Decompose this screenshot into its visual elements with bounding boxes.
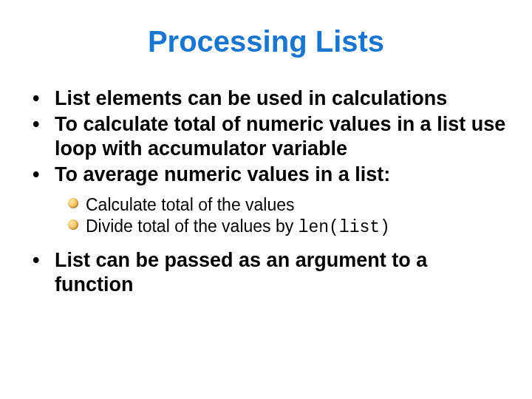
sphere-bullet-icon <box>68 219 78 230</box>
sub-bullet-text: Calculate total of the values <box>86 195 295 214</box>
code-snippet: len(list) <box>299 218 390 237</box>
main-bullet-list: List elements can be used in calculation… <box>22 86 510 297</box>
bullet-item: To calculate total of numeric values in … <box>28 112 510 161</box>
bullet-item: List elements can be used in calculation… <box>28 86 510 111</box>
bullet-item: To average numeric values in a list: <box>28 163 510 187</box>
bullet-item: List can be passed as an argument to a f… <box>28 248 510 297</box>
sub-bullet-list: Calculate total of the values Divide tot… <box>28 194 510 239</box>
sub-bullet-item: Divide total of the values by len(list) <box>68 216 510 239</box>
slide-title: Processing Lists <box>22 25 510 58</box>
sub-bullet-item: Calculate total of the values <box>68 194 510 216</box>
sub-bullet-text: Divide total of the values by <box>86 216 299 236</box>
sphere-bullet-icon <box>68 198 78 208</box>
